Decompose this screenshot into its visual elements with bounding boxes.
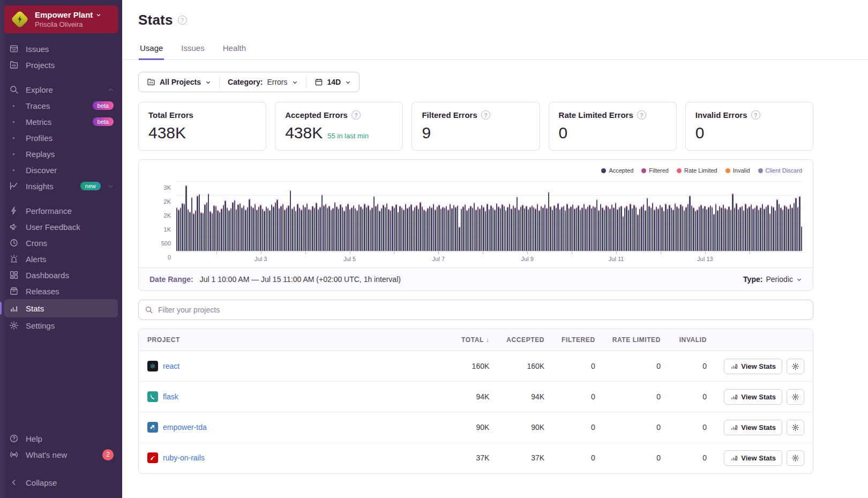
chart-bar: [773, 207, 774, 251]
cell-filtered: 0: [553, 443, 604, 473]
sidebar-item-label: Performance: [26, 206, 114, 215]
chart-bar: [286, 207, 287, 251]
chart-bar: [440, 209, 442, 251]
chart-bar: [276, 199, 278, 251]
view-stats-button[interactable]: View Stats: [724, 420, 782, 435]
project-link-flask[interactable]: flask: [163, 392, 178, 401]
project-link-react[interactable]: react: [163, 362, 179, 370]
sidebar-item-explore[interactable]: Explore: [0, 81, 122, 98]
sidebar-item-what-s-new[interactable]: What's new2: [0, 447, 122, 463]
legend-label: Client Discard: [766, 167, 802, 174]
project-filter-dropdown[interactable]: All Projects: [139, 72, 219, 92]
project-link-ruby-on-rails[interactable]: ruby-on-rails: [163, 454, 205, 462]
chevron-down-icon: [205, 79, 211, 85]
chart-bar: [532, 205, 533, 251]
chart-bar: [561, 207, 562, 251]
sidebar-item-user-feedback[interactable]: User Feedback: [0, 219, 122, 235]
sidebar-item-label: Stats: [26, 304, 114, 313]
sidebar-item-help[interactable]: Help: [0, 430, 122, 447]
sidebar-item-discover[interactable]: Discover: [0, 162, 122, 178]
sidebar-item-profiles[interactable]: Profiles: [0, 130, 122, 146]
bullet-icon: [9, 117, 19, 127]
column-header-accepted[interactable]: ACCEPTED: [498, 329, 553, 351]
chart-bar: [667, 209, 668, 251]
chart-bar: [529, 207, 530, 251]
legend-item-invalid[interactable]: Invalid: [725, 167, 750, 174]
legend-item-accepted[interactable]: Accepted: [601, 167, 633, 174]
project-search-input[interactable]: [138, 300, 813, 320]
card-value: 9: [422, 124, 431, 142]
sidebar-item-stats[interactable]: Stats: [4, 299, 118, 317]
chart-plot: [176, 181, 802, 251]
legend-item-filtered[interactable]: Filtered: [641, 167, 669, 174]
sidebar-item-dashboards[interactable]: Dashboards: [0, 267, 122, 283]
cell-filtered: 0: [553, 351, 604, 382]
project-settings-button[interactable]: [787, 420, 804, 435]
tab-usage[interactable]: Usage: [139, 40, 164, 60]
org-switcher[interactable]: Empower Plant Priscila Oliveira: [4, 5, 118, 33]
view-stats-button[interactable]: View Stats: [724, 359, 782, 374]
chart-bar: [401, 207, 402, 251]
view-stats-button[interactable]: View Stats: [724, 389, 782, 405]
column-header-invalid[interactable]: INVALID: [669, 329, 715, 351]
sidebar-item-issues[interactable]: Issues: [0, 41, 122, 57]
view-stats-button[interactable]: View Stats: [724, 450, 782, 466]
sidebar-item-projects[interactable]: Projects: [0, 57, 122, 73]
tab-issues[interactable]: Issues: [180, 40, 205, 60]
sidebar-item-releases[interactable]: Releases: [0, 283, 122, 299]
chart-bar: [479, 209, 480, 251]
column-header-rate-limited[interactable]: RATE LIMITED: [604, 329, 669, 351]
chart-bar: [375, 206, 376, 251]
chart-bar: [604, 210, 605, 251]
chart-bar: [258, 206, 259, 251]
sidebar-item-performance[interactable]: Performance: [0, 203, 122, 219]
column-header-project[interactable]: PROJECT: [139, 329, 446, 351]
tab-health[interactable]: Health: [222, 40, 247, 60]
chart-bar: [245, 210, 246, 251]
page-help-icon[interactable]: ?: [178, 16, 187, 25]
chart-bar: [373, 196, 375, 251]
beta-badge: beta: [93, 117, 114, 126]
help-icon[interactable]: ?: [351, 110, 361, 120]
chart-bar: [680, 204, 681, 251]
cell-accepted: 94K: [498, 382, 553, 412]
chart-bar: [414, 207, 415, 251]
help-icon[interactable]: ?: [481, 110, 490, 120]
user-feedback-icon: [9, 222, 19, 232]
chart-bar: [316, 203, 317, 251]
chart-bar: [410, 204, 411, 251]
help-icon[interactable]: ?: [751, 110, 760, 120]
x-axis-tick: [483, 251, 483, 254]
sidebar-item-traces[interactable]: Tracesbeta: [0, 98, 122, 114]
sidebar-item-insights[interactable]: Insightsnew: [0, 178, 122, 194]
sidebar-item-replays[interactable]: Replays: [0, 146, 122, 162]
sidebar-item-alerts[interactable]: Alerts: [0, 251, 122, 267]
project-settings-button[interactable]: [787, 450, 804, 466]
project-settings-button[interactable]: [787, 389, 804, 405]
type-dropdown[interactable]: Type: Periodic: [743, 275, 802, 284]
chart-bar: [570, 206, 571, 251]
sidebar-item-settings[interactable]: Settings: [0, 317, 122, 333]
sidebar-item-crons[interactable]: Crons: [0, 235, 122, 251]
column-header-total[interactable]: TOTAL ↓: [446, 329, 498, 351]
project-settings-button[interactable]: [787, 359, 804, 374]
chart-bar: [429, 206, 430, 251]
sidebar-item-collapse[interactable]: Collapse: [0, 474, 122, 490]
legend-label: Invalid: [733, 167, 750, 174]
column-header-filtered[interactable]: FILTERED: [553, 329, 604, 351]
date-range-dropdown[interactable]: 14D: [306, 72, 360, 92]
category-filter-dropdown[interactable]: Category: Errors: [220, 72, 305, 92]
chart-bar: [390, 210, 391, 251]
chart-bar: [790, 204, 791, 251]
legend-item-client-discard[interactable]: Client Discard: [758, 167, 802, 174]
filter-bar: All Projects Category: Errors 14D: [138, 72, 360, 92]
project-link-empower-tda[interactable]: empower-tda: [163, 423, 207, 432]
legend-item-rate-limited[interactable]: Rate Limited: [677, 167, 717, 174]
chart-bar: [331, 210, 332, 251]
chart-bar: [360, 206, 361, 251]
chart-bar: [284, 210, 285, 251]
sidebar-item-label: Dashboards: [26, 271, 114, 280]
sidebar-item-metrics[interactable]: Metricsbeta: [0, 114, 122, 130]
chart-bar: [498, 206, 499, 251]
help-icon[interactable]: ?: [637, 110, 646, 120]
